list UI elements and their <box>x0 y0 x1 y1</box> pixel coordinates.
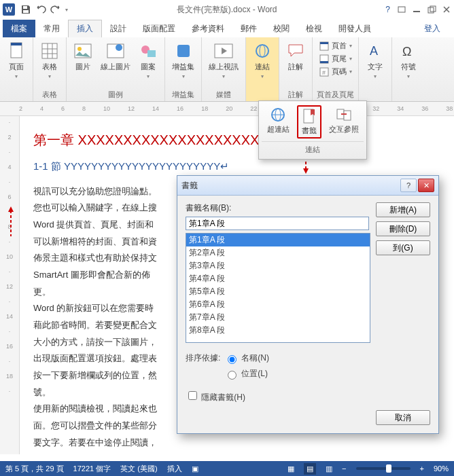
svg-rect-5 <box>430 6 436 12</box>
svg-rect-8 <box>42 43 57 58</box>
zoom-slider[interactable] <box>356 467 411 470</box>
tab-mail[interactable]: 郵件 <box>232 20 265 37</box>
dialog-help-button[interactable]: ? <box>400 179 417 192</box>
status-words[interactable]: 17221 個字 <box>73 464 111 474</box>
hidden-bookmarks-checkbox[interactable]: 隱藏書籤(H) <box>186 389 245 403</box>
ribbon-display-icon[interactable] <box>397 5 406 14</box>
links-button[interactable]: 連結▾ <box>250 40 275 81</box>
tab-review[interactable]: 校閱 <box>265 20 298 37</box>
list-item[interactable]: 第5章A 段 <box>186 285 370 298</box>
footer-icon <box>319 54 329 64</box>
list-item[interactable]: 第1章A 段 <box>186 234 370 246</box>
tables-button[interactable]: 表格▾ <box>37 40 62 81</box>
status-language[interactable]: 英文 (美國) <box>120 464 157 474</box>
dialog-close-button[interactable]: ✕ <box>418 179 434 192</box>
dialog-title: 書籤 <box>181 180 400 191</box>
textbox-icon: A <box>366 41 385 60</box>
link-icon <box>253 41 272 60</box>
svg-point-22 <box>260 45 265 57</box>
group-media: 線上視訊▾ 媒體 <box>202 37 246 101</box>
list-item[interactable]: 第4章A 段 <box>186 272 370 285</box>
add-button[interactable]: 新增(A) <box>376 202 430 217</box>
header-button[interactable]: 頁首▾ <box>318 40 353 52</box>
restore-icon[interactable] <box>427 5 436 14</box>
svg-point-16 <box>116 44 122 51</box>
tab-references[interactable]: 參考資料 <box>184 20 232 37</box>
text-button[interactable]: A文字▾ <box>363 40 387 81</box>
redo-icon[interactable] <box>50 4 61 15</box>
title-bar: W ▾ 長文件(完整版).docx - Word ? <box>0 0 454 20</box>
macro-icon[interactable]: ▣ <box>192 464 198 473</box>
view-print-icon[interactable]: ▤ <box>304 463 316 475</box>
tab-insert[interactable]: 插入 <box>68 20 102 37</box>
status-mode[interactable]: 插入 <box>167 464 182 474</box>
sort-name-radio[interactable]: 名稱(N) <box>224 352 269 364</box>
list-item[interactable]: 第6章A 段 <box>186 298 370 311</box>
word-logo-icon: W <box>3 3 15 16</box>
undo-icon[interactable] <box>35 4 46 15</box>
view-web-icon[interactable]: ▥ <box>326 464 332 473</box>
online-images-button[interactable]: 線上圖片 <box>98 40 133 73</box>
pageno-icon: # <box>319 67 329 77</box>
images-button[interactable]: 圖片 <box>71 40 95 73</box>
links-dropdown: 超連結 書籤 交互參照 連結 <box>258 100 367 160</box>
horizontal-ruler[interactable]: 24681012141618202224262830323436384042 <box>0 102 454 116</box>
bookmark-list[interactable]: 第1章A 段 第2章A 段 第3章A 段 第4章A 段 第5章A 段 第6章A … <box>186 233 370 343</box>
svg-text:A: A <box>370 44 378 58</box>
svg-text:#: # <box>322 69 326 76</box>
view-read-icon[interactable]: ▦ <box>287 464 294 473</box>
pages-button[interactable]: 頁面▾ <box>4 40 29 81</box>
group-symbols: Ω符號▾ <box>392 37 425 101</box>
ribbon-options-icon[interactable]: ? <box>385 5 390 14</box>
group-illustrations: 圖片 線上圖片 圖案▾ 圖例 <box>67 37 165 101</box>
tab-dev[interactable]: 開發人員 <box>330 20 379 37</box>
comments-button[interactable]: 註解 <box>283 40 308 73</box>
list-item[interactable]: 第8章A 段 <box>186 324 370 337</box>
login-link[interactable]: 登入 <box>416 20 449 37</box>
goto-button[interactable]: 到(G) <box>376 240 430 255</box>
zoom-out-icon[interactable]: − <box>342 464 346 473</box>
group-label-tables: 表格 <box>42 90 57 100</box>
sort-label: 排序依據: <box>186 352 220 364</box>
svg-rect-36 <box>344 111 351 120</box>
crossref-item[interactable]: 交互參照 <box>326 105 362 139</box>
close-icon[interactable] <box>442 5 451 14</box>
vertical-ruler[interactable]: ·2·4·6·8·10·12·14·16·18· <box>0 116 20 454</box>
tab-home[interactable]: 常用 <box>35 20 68 37</box>
tab-design[interactable]: 設計 <box>102 20 135 37</box>
group-label-media: 媒體 <box>216 90 231 100</box>
status-page[interactable]: 第 5 頁，共 29 頁 <box>5 464 64 474</box>
shapes-button[interactable]: 圖案▾ <box>136 40 160 81</box>
omega-icon: Ω <box>399 41 418 60</box>
sort-location-radio[interactable]: 位置(L) <box>224 368 269 380</box>
page-number-button[interactable]: #頁碼▾ <box>318 66 353 77</box>
list-item[interactable]: 第3章A 段 <box>186 259 370 272</box>
list-item[interactable]: 第2章A 段 <box>186 246 370 259</box>
addins-button[interactable]: 增益集▾ <box>169 40 197 81</box>
online-video-button[interactable]: 線上視訊▾ <box>206 40 241 81</box>
tab-file[interactable]: 檔案 <box>3 20 35 37</box>
save-icon[interactable] <box>20 4 31 15</box>
minimize-icon[interactable] <box>412 5 421 14</box>
cancel-button[interactable]: 取消 <box>376 410 430 425</box>
bookmark-icon <box>301 108 317 124</box>
tab-layout[interactable]: 版面配置 <box>135 20 184 37</box>
addins-icon <box>174 41 193 60</box>
zoom-in-icon[interactable]: + <box>420 464 424 473</box>
document-title: 長文件(完整版).docx - Word <box>68 4 385 16</box>
symbols-button[interactable]: Ω符號▾ <box>396 40 421 81</box>
tab-view[interactable]: 檢視 <box>298 20 330 37</box>
list-item[interactable]: 第7章A 段 <box>186 311 370 324</box>
page-icon <box>7 41 26 60</box>
bookmark-item[interactable]: 書籤 <box>297 105 321 139</box>
delete-button[interactable]: 刪除(D) <box>376 221 430 236</box>
bookmark-name-input[interactable] <box>186 217 369 230</box>
status-bar: 第 5 頁，共 29 頁 17221 個字 英文 (美國) 插入 ▣ ▦ ▤ ▥… <box>0 461 454 476</box>
footer-button[interactable]: 頁尾▾ <box>318 53 353 65</box>
hyperlink-item[interactable]: 超連結 <box>264 105 292 139</box>
zoom-level[interactable]: 90% <box>434 464 449 473</box>
svg-rect-2 <box>398 7 405 12</box>
links-category-label: 連結 <box>262 141 364 158</box>
bookmark-dialog: 書籤 ? ✕ 書籤名稱(B): 第1章A 段 第2章A 段 第3章A 段 第4章… <box>177 175 439 434</box>
dialog-titlebar[interactable]: 書籤 ? ✕ <box>177 176 438 196</box>
